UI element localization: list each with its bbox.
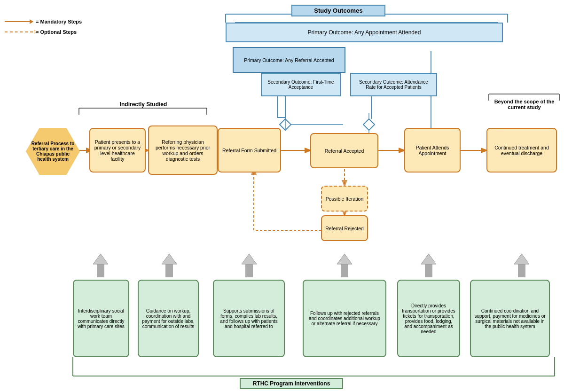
mandatory-legend-item: = Mandatory Steps	[5, 19, 99, 24]
svg-marker-10	[363, 119, 375, 130]
secondary-outcome-firsttime-box: Secondary Outcome: First-Time Acceptance	[261, 73, 341, 96]
referral-form-box: Referral Form Submitted	[218, 128, 281, 172]
referral-rejected-box: Referral Rejected	[321, 215, 368, 241]
beyond-scope-label: Beyond the scope of the current study	[488, 99, 561, 110]
mandatory-label: = Mandatory Steps	[36, 19, 82, 24]
legend: = Mandatory Steps = Optional Steps	[5, 19, 99, 39]
follows-up-box: Follows up with rejected referrals and c…	[303, 280, 386, 357]
svg-marker-32	[337, 254, 352, 264]
possible-iteration-box: Possible Iteration	[321, 186, 368, 212]
svg-marker-36	[514, 254, 529, 264]
social-work-box: Interdisciplinary social work team commu…	[73, 280, 129, 357]
patient-attends-box: Patient Attends Appointment	[404, 128, 461, 172]
rthc-label: RTHC Program Interventions	[240, 378, 343, 389]
secondary-outcome-attendance-box: Secondary Outcome: Attendance Rate for A…	[350, 73, 437, 96]
patient-presents-box: Patient presents to a primary or seconda…	[89, 128, 146, 172]
optional-label: = Optional Steps	[36, 29, 77, 35]
referral-process-hexagon: Referral Process to tertiary care in the…	[26, 128, 80, 175]
optional-legend-item: = Optional Steps	[5, 29, 99, 35]
referral-accepted-box: Referral Accepted	[310, 133, 378, 168]
continued-treatment-box: Continued treatment and eventual dischar…	[486, 128, 557, 172]
optional-arrow-icon	[5, 31, 33, 32]
mandatory-arrow-icon	[5, 21, 33, 22]
supports-submission-box: Supports submissions of forms, compiles …	[213, 280, 285, 357]
svg-marker-9	[280, 119, 291, 130]
primary-outcome-referral-box: Primary Outcome: Any Referral Accepted	[233, 47, 345, 73]
indirectly-studied-label: Indirectly Studied	[78, 101, 209, 108]
study-outcomes-label: Study Outcomes	[291, 5, 385, 16]
referring-physician-box: Referring physician performs necessary p…	[148, 125, 218, 175]
svg-marker-34	[421, 254, 436, 264]
svg-marker-28	[162, 254, 177, 264]
directly-provides-box: Directly provides transportation or prov…	[397, 280, 460, 357]
svg-marker-26	[93, 254, 108, 264]
continued-coordination-box: Continued coordination and support, paym…	[470, 280, 550, 357]
diagram-container: = Mandatory Steps = Optional Steps Study…	[0, 0, 564, 392]
svg-marker-30	[242, 254, 257, 264]
primary-outcome-appointment-box: Primary Outcome: Any Appointment Attende…	[226, 23, 503, 42]
guidance-box: Guidance on workup, coordination with an…	[138, 280, 199, 357]
